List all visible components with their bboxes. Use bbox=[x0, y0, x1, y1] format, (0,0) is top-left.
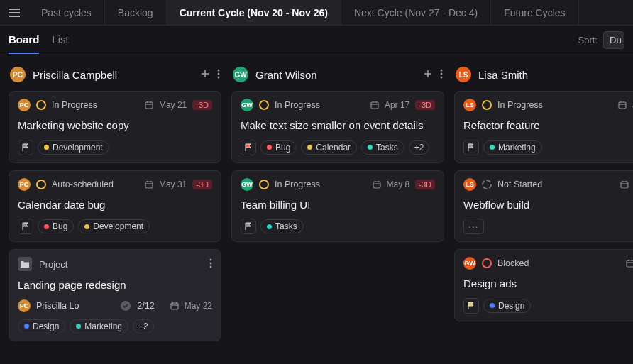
svg-point-14 bbox=[210, 262, 212, 264]
task-card[interactable]: PC Auto-scheduled May 31 -3D Calendar da… bbox=[9, 170, 221, 243]
calendar-icon bbox=[618, 101, 627, 109]
cycle-tab[interactable]: Future Cycles bbox=[491, 0, 578, 25]
tag[interactable]: Development bbox=[38, 140, 109, 155]
add-card-button[interactable] bbox=[423, 69, 433, 81]
check-icon bbox=[120, 300, 131, 311]
priority-flag[interactable] bbox=[241, 219, 256, 234]
calendar-icon bbox=[373, 180, 381, 189]
avatar: GW bbox=[241, 178, 253, 191]
svg-point-23 bbox=[441, 69, 443, 71]
avatar: PC bbox=[18, 178, 31, 191]
column-name: Lisa Smith bbox=[478, 69, 633, 81]
overdue-badge: -3D bbox=[192, 100, 212, 110]
card-title: Make text size smaller on event details bbox=[241, 118, 435, 133]
card-menu-button[interactable] bbox=[209, 258, 212, 270]
status-ring-icon bbox=[36, 100, 46, 110]
priority-flag[interactable] bbox=[18, 219, 33, 234]
hamburger-menu-button[interactable] bbox=[0, 0, 28, 26]
avatar: PC bbox=[18, 299, 31, 312]
tag[interactable]: Marketing bbox=[483, 140, 542, 155]
column-menu-button[interactable] bbox=[217, 69, 220, 81]
priority-flag[interactable] bbox=[18, 140, 33, 155]
tag[interactable]: Design bbox=[18, 319, 65, 333]
column-name: Priscilla Campbell bbox=[33, 69, 193, 81]
tag[interactable]: Bug bbox=[38, 219, 74, 233]
column-menu-button[interactable] bbox=[440, 69, 443, 81]
card-title: Landing page redesign bbox=[18, 278, 212, 292]
status-ring-icon bbox=[36, 180, 46, 189]
overdue-badge: -3D bbox=[415, 100, 435, 110]
board-column: GW Grant Wilson GW In Progress Apr 17 -3… bbox=[231, 64, 444, 355]
avatar: LS bbox=[456, 67, 471, 82]
cycle-tabs: Past cyclesBacklogCurrent Cycle (Nov 20 … bbox=[28, 0, 579, 25]
view-tab-list[interactable]: List bbox=[52, 26, 68, 54]
priority-flag[interactable] bbox=[463, 140, 479, 155]
flag-icon bbox=[21, 222, 30, 231]
tag[interactable]: Development bbox=[78, 219, 150, 233]
top-bar: Past cyclesBacklogCurrent Cycle (Nov 20 … bbox=[0, 0, 633, 26]
sort-select[interactable]: Du bbox=[603, 31, 624, 49]
task-card[interactable]: GW In Progress May 8 -3D Team billing UI… bbox=[231, 170, 444, 243]
svg-point-25 bbox=[441, 76, 443, 78]
tag[interactable]: Calendar bbox=[301, 140, 357, 155]
calendar-icon bbox=[626, 259, 633, 268]
progress-count: 2/12 bbox=[137, 301, 154, 311]
status-label: Blocked bbox=[497, 258, 529, 268]
svg-rect-34 bbox=[619, 102, 626, 109]
calendar-icon bbox=[620, 180, 629, 189]
overdue-badge: -3D bbox=[192, 180, 212, 189]
priority-flag[interactable] bbox=[463, 298, 479, 314]
project-label: Project bbox=[39, 259, 67, 270]
card-date: May 21 bbox=[159, 100, 187, 110]
board-column: LS Lisa Smith LS In Progress Jun 16 Refa… bbox=[454, 64, 633, 355]
more-tags[interactable]: +2 bbox=[409, 140, 430, 155]
calendar-icon bbox=[370, 101, 379, 109]
tag[interactable]: Design bbox=[483, 299, 531, 313]
card-date: Apr 17 bbox=[385, 100, 409, 110]
board: PC Priscilla Campbell PC In Progress May… bbox=[0, 55, 633, 364]
card-title: Design ads bbox=[463, 277, 633, 291]
task-card[interactable]: LS In Progress Jun 16 Refactor feature M… bbox=[454, 91, 633, 163]
svg-point-13 bbox=[210, 258, 212, 260]
task-card[interactable]: LS Not Started May 2 Webflow build ··· bbox=[454, 170, 633, 243]
project-card[interactable]: Project Landing page redesign PC Priscil… bbox=[9, 249, 221, 341]
avatar: LS bbox=[463, 178, 476, 191]
tag[interactable]: Tasks bbox=[361, 140, 404, 155]
overdue-badge: -3D bbox=[415, 180, 435, 189]
avatar: GW bbox=[463, 257, 476, 270]
tag[interactable]: Bug bbox=[260, 140, 297, 155]
card-title: Marketing website copy bbox=[18, 118, 212, 133]
sub-bar: BoardList Sort: Du bbox=[0, 26, 633, 55]
view-tab-board[interactable]: Board bbox=[9, 26, 39, 54]
status-label: In Progress bbox=[497, 100, 543, 110]
calendar-icon bbox=[145, 180, 153, 189]
cycle-tab[interactable]: Next Cycle (Nov 27 - Dec 4) bbox=[341, 0, 491, 25]
priority-flag[interactable] bbox=[241, 140, 256, 155]
status-ring-icon bbox=[482, 100, 492, 110]
cycle-tab[interactable]: Backlog bbox=[105, 0, 167, 25]
svg-point-3 bbox=[218, 72, 220, 75]
status-ring-icon bbox=[259, 180, 269, 189]
column-name: Grant Wilson bbox=[255, 69, 416, 81]
add-card-button[interactable] bbox=[200, 69, 210, 81]
sort-label: Sort: bbox=[578, 35, 598, 45]
flag-icon bbox=[244, 222, 253, 231]
hamburger-icon bbox=[9, 9, 20, 17]
tag[interactable]: Tasks bbox=[260, 219, 304, 233]
task-card[interactable]: GW Blocked Jul 8 Design ads Design bbox=[454, 249, 633, 321]
avatar: PC bbox=[18, 99, 31, 111]
task-card[interactable]: PC In Progress May 21 -3D Marketing webs… bbox=[9, 91, 221, 163]
status-label: Auto-scheduled bbox=[52, 180, 114, 189]
view-tabs: BoardList bbox=[9, 26, 69, 54]
status-ring-icon bbox=[259, 100, 269, 110]
cycle-tab[interactable]: Current Cycle (Nov 20 - Nov 26) bbox=[167, 0, 341, 25]
cycle-tab[interactable]: Past cycles bbox=[28, 0, 105, 25]
more-tags[interactable]: +2 bbox=[133, 319, 154, 333]
calendar-icon bbox=[170, 302, 179, 310]
svg-rect-9 bbox=[145, 182, 153, 188]
card-more-button[interactable]: ··· bbox=[463, 219, 484, 234]
task-card[interactable]: GW In Progress Apr 17 -3D Make text size… bbox=[231, 91, 444, 163]
avatar: PC bbox=[10, 67, 26, 82]
tag[interactable]: Marketing bbox=[70, 319, 128, 333]
avatar: LS bbox=[463, 99, 476, 111]
